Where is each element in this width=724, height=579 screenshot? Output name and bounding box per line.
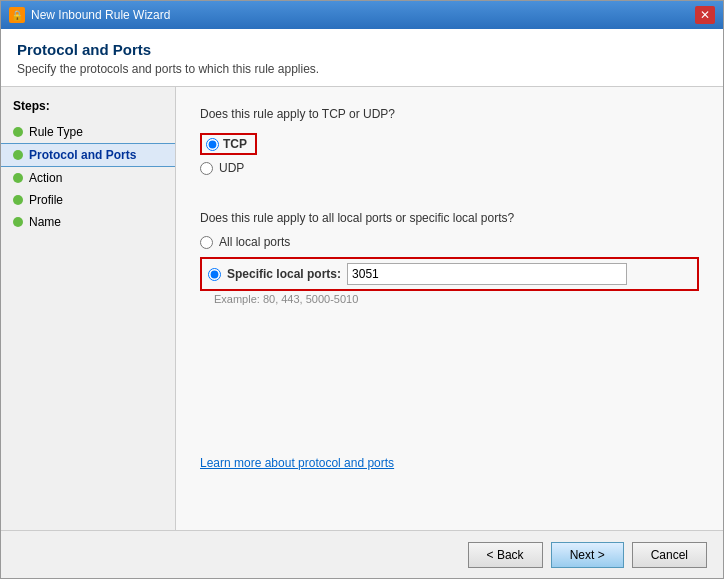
specific-ports-highlight-box: Specific local ports: xyxy=(200,257,699,291)
tcp-radio[interactable] xyxy=(206,138,219,151)
protocol-radio-group: TCP UDP xyxy=(200,133,699,175)
window-icon: 🔒 xyxy=(9,7,25,23)
header-section: Protocol and Ports Specify the protocols… xyxy=(1,29,723,87)
specific-ports-radio[interactable] xyxy=(208,268,221,281)
sidebar-item-rule-type[interactable]: Rule Type xyxy=(1,121,175,143)
step-label-protocol-ports: Protocol and Ports xyxy=(29,148,136,162)
step-dot-profile xyxy=(13,195,23,205)
close-button[interactable]: ✕ xyxy=(695,6,715,24)
udp-radio[interactable] xyxy=(200,162,213,175)
udp-label[interactable]: UDP xyxy=(219,161,244,175)
learn-more-area: Learn more about protocol and ports xyxy=(200,456,394,470)
tcp-label[interactable]: TCP xyxy=(223,137,247,151)
specific-ports-label[interactable]: Specific local ports: xyxy=(227,267,341,281)
cancel-button[interactable]: Cancel xyxy=(632,542,707,568)
ports-question: Does this rule apply to all local ports … xyxy=(200,211,699,225)
footer: < Back Next > Cancel xyxy=(1,530,723,578)
step-dot-rule-type xyxy=(13,127,23,137)
title-bar-left: 🔒 New Inbound Rule Wizard xyxy=(9,7,170,23)
back-button[interactable]: < Back xyxy=(468,542,543,568)
steps-label: Steps: xyxy=(1,99,175,121)
next-button[interactable]: Next > xyxy=(551,542,624,568)
ports-radio-group: All local ports Specific local ports: Ex… xyxy=(200,235,699,305)
title-bar: 🔒 New Inbound Rule Wizard ✕ xyxy=(1,1,723,29)
step-dot-action xyxy=(13,173,23,183)
tcp-highlight-box: TCP xyxy=(200,133,257,155)
step-label-profile: Profile xyxy=(29,193,63,207)
udp-radio-row: UDP xyxy=(200,161,699,175)
sidebar-item-name[interactable]: Name xyxy=(1,211,175,233)
sidebar: Steps: Rule Type Protocol and Ports Acti… xyxy=(1,87,176,530)
step-dot-name xyxy=(13,217,23,227)
step-label-rule-type: Rule Type xyxy=(29,125,83,139)
step-dot-protocol-ports xyxy=(13,150,23,160)
learn-more-link[interactable]: Learn more about protocol and ports xyxy=(200,456,394,470)
page-subtitle: Specify the protocols and ports to which… xyxy=(17,62,707,76)
example-text: Example: 80, 443, 5000-5010 xyxy=(214,293,699,305)
page-title: Protocol and Ports xyxy=(17,41,707,58)
main-window: 🔒 New Inbound Rule Wizard ✕ Protocol and… xyxy=(0,0,724,579)
specific-ports-container: Specific local ports: Example: 80, 443, … xyxy=(200,257,699,305)
all-ports-label[interactable]: All local ports xyxy=(219,235,290,249)
ports-section: Does this rule apply to all local ports … xyxy=(200,211,699,305)
sidebar-item-action[interactable]: Action xyxy=(1,167,175,189)
main-panel: Does this rule apply to TCP or UDP? TCP … xyxy=(176,87,723,530)
window-title: New Inbound Rule Wizard xyxy=(31,8,170,22)
content-area: Steps: Rule Type Protocol and Ports Acti… xyxy=(1,87,723,530)
all-ports-radio[interactable] xyxy=(200,236,213,249)
all-ports-row: All local ports xyxy=(200,235,699,249)
sidebar-item-protocol-ports[interactable]: Protocol and Ports xyxy=(1,143,175,167)
ports-input[interactable] xyxy=(347,263,627,285)
sidebar-item-profile[interactable]: Profile xyxy=(1,189,175,211)
step-label-name: Name xyxy=(29,215,61,229)
tcp-udp-question: Does this rule apply to TCP or UDP? xyxy=(200,107,699,121)
tcp-radio-row: TCP xyxy=(200,133,699,155)
step-label-action: Action xyxy=(29,171,62,185)
